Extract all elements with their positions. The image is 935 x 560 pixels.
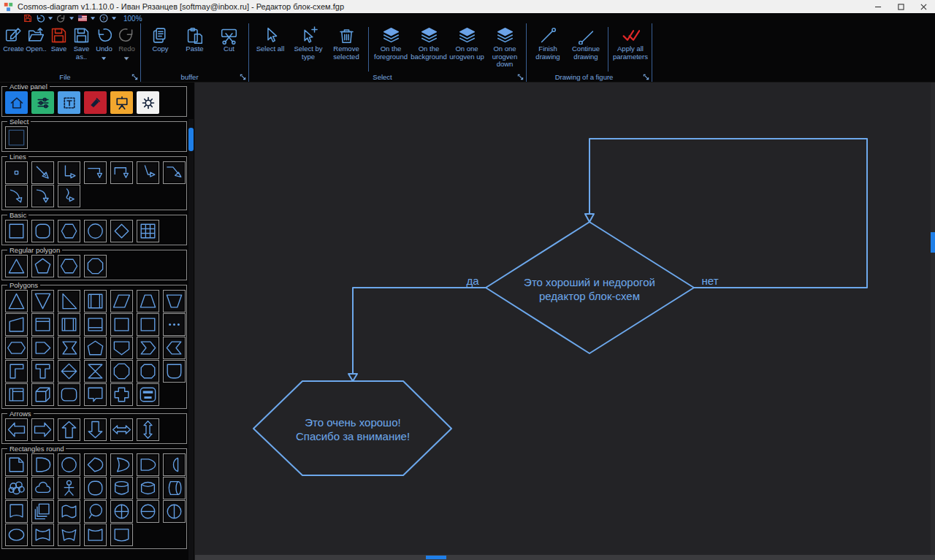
shape-rect-double-sides[interactable] <box>58 313 80 336</box>
panel-brush-button[interactable] <box>84 91 107 114</box>
shape-banner[interactable] <box>5 500 28 523</box>
shape-cylinder[interactable] <box>137 477 159 499</box>
shape-dot[interactable] <box>5 161 28 184</box>
canvas-vscrollbar[interactable] <box>931 83 935 555</box>
shape-rect-line-top[interactable] <box>31 313 54 336</box>
panel-home-button[interactable] <box>5 91 28 114</box>
redo-quick-icon[interactable] <box>57 14 66 23</box>
shape-hexagon-rounded-right[interactable] <box>31 337 54 359</box>
minimize-button[interactable] <box>867 0 890 13</box>
shape-block-arrow-down[interactable] <box>84 418 107 441</box>
shape-chevron-left[interactable] <box>163 337 186 359</box>
redo-dropdown-caret-icon[interactable] <box>69 17 75 20</box>
shape-triangle-up[interactable] <box>5 290 28 312</box>
copy-button[interactable]: Copy <box>143 26 178 53</box>
shape-hourglass-x[interactable] <box>84 360 107 383</box>
shape-circle[interactable] <box>84 220 107 242</box>
shape-concave-right[interactable] <box>163 453 186 476</box>
shape-teardrop[interactable] <box>84 453 107 476</box>
shape-block-arrow-right[interactable] <box>31 418 54 441</box>
shape-square-cut-corners[interactable] <box>137 360 159 383</box>
shape-arrow-s-curve[interactable] <box>58 185 80 207</box>
shape-cloud-scribble[interactable] <box>5 477 28 499</box>
dialog-launcher-icon[interactable] <box>240 74 246 80</box>
shape-rounded-square[interactable] <box>31 220 54 242</box>
undo-dropdown-caret-icon[interactable] <box>48 17 53 20</box>
cut-button[interactable]: Cut <box>212 26 246 53</box>
shape-gamma-shape[interactable] <box>5 360 28 383</box>
shape-circle-vline[interactable] <box>163 500 186 523</box>
shape-square[interactable] <box>5 220 28 242</box>
sidebar-scrollbar[interactable] <box>188 119 194 560</box>
apply-all-parameters-button[interactable]: Apply all parameters <box>611 26 649 61</box>
help-dropdown-caret-icon[interactable] <box>112 17 117 20</box>
zoom-level[interactable]: 100% <box>123 15 142 23</box>
help-icon[interactable]: ? <box>99 14 108 23</box>
shape-select-frame[interactable] <box>5 126 28 149</box>
close-button[interactable] <box>912 0 935 13</box>
shape-right-triangle[interactable] <box>58 290 80 312</box>
shape-triangle[interactable] <box>5 255 28 277</box>
shape-circle-cross[interactable] <box>110 500 133 523</box>
on-one-urogven-down-button[interactable]: On one urogven down <box>486 26 524 69</box>
select-by-type-button[interactable]: Select by type <box>289 26 327 61</box>
shape-arrow-up-right-down[interactable] <box>110 161 133 184</box>
save-quick-icon[interactable] <box>23 14 32 23</box>
shape-octagon[interactable] <box>84 255 107 277</box>
shape-cloud[interactable] <box>31 477 54 499</box>
shape-d-shape[interactable] <box>31 453 54 476</box>
shape-arrow-bend-down[interactable] <box>163 161 186 184</box>
dialog-launcher-icon[interactable] <box>131 74 138 80</box>
shape-block-arrow-up-down[interactable] <box>137 418 159 441</box>
canvas-vscrollbar-thumb[interactable] <box>931 232 935 253</box>
shape-rect-wavy-bottom[interactable] <box>110 523 133 546</box>
shape-chevron-right[interactable] <box>137 337 159 359</box>
shape-composite-block[interactable] <box>137 383 159 406</box>
shape-concave-top-rect[interactable] <box>84 523 107 546</box>
dialog-launcher-icon[interactable] <box>643 74 649 80</box>
shape-trapezoid[interactable] <box>137 290 159 312</box>
select-all-button[interactable]: Select all <box>251 26 289 53</box>
save-button[interactable]: Save <box>47 26 70 53</box>
sidebar-scrollbar-thumb[interactable] <box>188 128 194 151</box>
shape-crescent-d[interactable] <box>110 453 133 476</box>
shape-triangle-down[interactable] <box>31 290 54 312</box>
language-flag-icon[interactable] <box>78 14 87 23</box>
shape-ellipse-2[interactable] <box>5 523 28 546</box>
shape-block-arrow-left[interactable] <box>5 418 28 441</box>
shape-rect-rounded-bottom[interactable] <box>163 360 186 383</box>
shape-hexagon[interactable] <box>58 220 80 242</box>
dialog-launcher-icon[interactable] <box>517 74 524 80</box>
dropdown-caret-icon[interactable] <box>102 57 107 61</box>
shape-circle-2[interactable] <box>58 453 80 476</box>
shape-person[interactable] <box>58 477 80 499</box>
undo-quick-icon[interactable] <box>36 14 45 23</box>
shape-bowtie-concave[interactable] <box>31 523 54 546</box>
panel-sliders-button[interactable] <box>31 91 54 114</box>
shape-quad-skewed[interactable] <box>5 313 28 336</box>
panel-easel-button[interactable] <box>110 91 133 114</box>
shape-pentagon-house[interactable] <box>84 337 107 359</box>
shape-parallelogram[interactable] <box>110 290 133 312</box>
shape-arrow-curve-se[interactable] <box>5 185 28 207</box>
shape-arrow-slant-right[interactable] <box>137 161 159 184</box>
shape-rect-notch-bottom[interactable] <box>110 337 133 359</box>
remove-selected-button[interactable]: Remove selected <box>327 26 365 61</box>
undo-button[interactable]: Undo <box>93 26 115 61</box>
shape-hexagon-regular[interactable] <box>58 255 80 277</box>
dropdown-caret-icon[interactable] <box>124 57 129 61</box>
shape-rect-line-bottom[interactable] <box>84 313 107 336</box>
edge-no-loop[interactable] <box>589 139 867 288</box>
shape-rounded-rect[interactable] <box>58 383 80 406</box>
redo-button[interactable]: Redo <box>115 26 138 61</box>
shape-tee-shape[interactable] <box>31 360 54 383</box>
save-as-button[interactable]: Save as.. <box>70 26 93 61</box>
panel-text-frame-button[interactable] <box>58 91 80 114</box>
shape-speech-bubble[interactable] <box>84 383 107 406</box>
shape-bowtie-wide[interactable] <box>58 523 80 546</box>
shape-diamond[interactable] <box>110 220 133 242</box>
shape-trapezoid-inverted[interactable] <box>163 290 186 312</box>
shape-d-shape-flat[interactable] <box>137 453 159 476</box>
shape-cylinder-open[interactable] <box>110 477 133 499</box>
shape-rectangle[interactable] <box>110 313 133 336</box>
